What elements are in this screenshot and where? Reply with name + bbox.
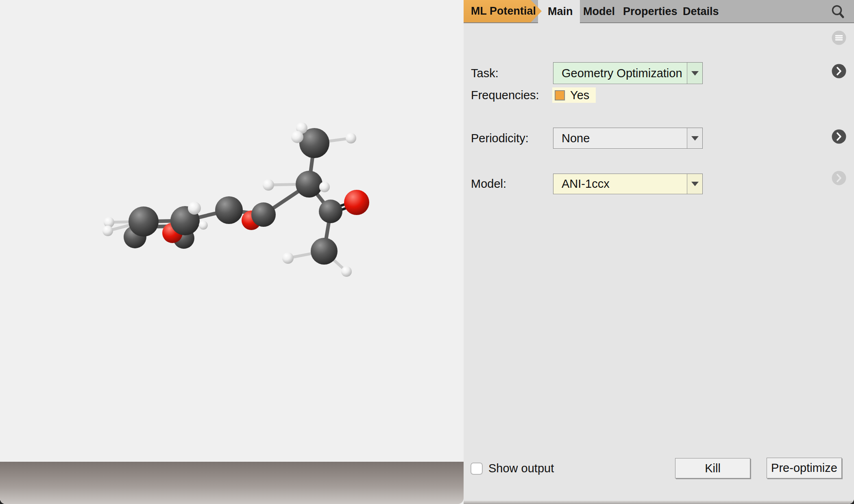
tab-bar: ML Potential Main Model Properties Detai… — [464, 0, 854, 23]
atom-c[interactable] — [215, 196, 243, 224]
tabbar-divider — [464, 22, 854, 23]
atom-h[interactable] — [282, 252, 294, 264]
frequencies-label: Frequencies: — [471, 87, 539, 103]
task-detail-button[interactable] — [831, 63, 847, 79]
task-dropdown-arrow-icon[interactable] — [687, 63, 702, 84]
tab-properties[interactable]: Properties — [623, 0, 678, 22]
tab-details[interactable]: Details — [683, 0, 719, 22]
panel-title: ML Potential — [471, 5, 536, 17]
model-dropdown[interactable]: ANI-1ccx — [553, 174, 703, 194]
atom-h[interactable] — [263, 179, 274, 191]
molecule-viewer[interactable]: C O N H Cl X — [0, 0, 464, 504]
viewer-bottom-bar: C O N H Cl X — [0, 462, 464, 504]
model-value: ANI-1ccx — [562, 174, 610, 194]
atom-h[interactable] — [341, 266, 352, 277]
frequencies-value: Yes — [570, 89, 589, 102]
model-label: Model: — [471, 174, 506, 194]
atom-h[interactable] — [319, 182, 330, 192]
panel-title-tag: ML Potential — [464, 0, 542, 22]
atom-c[interactable] — [129, 206, 159, 237]
show-output-row: Show output — [471, 462, 554, 475]
task-dropdown[interactable]: Geometry Optimization — [553, 62, 703, 84]
tab-main[interactable]: Main — [548, 0, 573, 22]
atom-c[interactable] — [319, 200, 342, 223]
atom-h[interactable] — [199, 221, 208, 230]
periodicity-value: None — [562, 128, 590, 148]
frequencies-field: Yes — [552, 87, 596, 103]
window-bottom-edge — [464, 501, 854, 504]
model-detail-button-disabled — [831, 170, 847, 186]
search-icon[interactable] — [829, 2, 847, 21]
atom-c[interactable] — [251, 202, 276, 227]
periodicity-dropdown[interactable]: None — [553, 128, 703, 149]
model-dropdown-arrow-icon[interactable] — [687, 174, 702, 194]
pre-optimize-button[interactable]: Pre-optimize — [767, 458, 842, 478]
atom-c[interactable] — [296, 171, 322, 198]
panel-menu-button[interactable] — [831, 30, 847, 46]
task-label: Task: — [471, 62, 499, 84]
kill-button[interactable]: Kill — [675, 458, 750, 478]
show-output-label: Show output — [488, 462, 554, 475]
atom-h[interactable] — [346, 133, 356, 143]
tab-model[interactable]: Model — [583, 0, 615, 22]
atom-h[interactable] — [188, 202, 201, 215]
molecule-render — [0, 0, 464, 462]
task-value: Geometry Optimization — [562, 63, 682, 84]
periodicity-detail-button[interactable] — [831, 128, 847, 145]
periodicity-dropdown-arrow-icon[interactable] — [687, 128, 702, 148]
application-window: C O N H Cl X — [0, 0, 854, 504]
atom-h[interactable] — [102, 226, 113, 236]
show-output-checkbox[interactable] — [471, 463, 483, 475]
atom-o[interactable] — [344, 190, 369, 215]
atom-h[interactable] — [291, 131, 303, 143]
atom-c[interactable] — [311, 238, 338, 265]
frequencies-checkbox[interactable] — [555, 90, 565, 100]
control-panel: ML Potential Main Model Properties Detai… — [464, 0, 854, 504]
periodicity-label: Periodicity: — [471, 128, 529, 149]
